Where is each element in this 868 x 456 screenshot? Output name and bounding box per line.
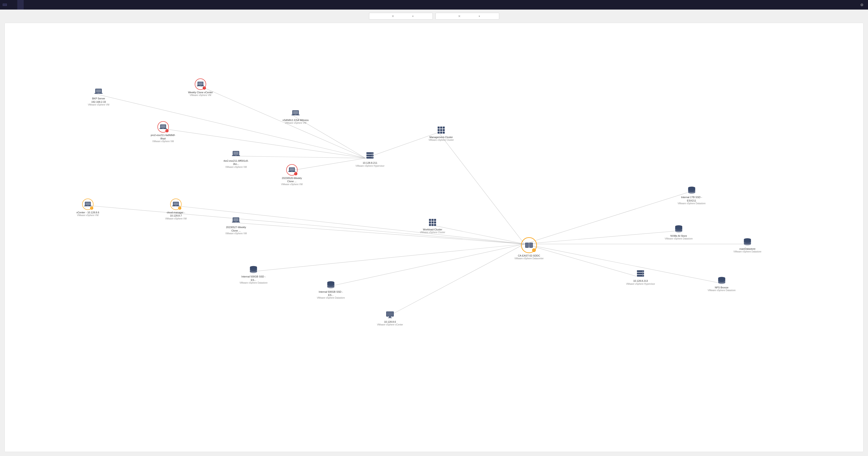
svg-point-92 (688, 191, 695, 194)
svg-point-106 (643, 273, 643, 274)
settings-icon[interactable]: ⚙ (859, 3, 865, 7)
svg-line-19 (387, 244, 524, 317)
svg-rect-41 (290, 168, 294, 171)
node-nfs-bronze[interactable]: NFS Bronze VMware vSphere Datastore (708, 276, 736, 292)
svg-rect-49 (443, 129, 445, 131)
nav-alerts-console[interactable] (46, 0, 53, 9)
nav-application-tracing[interactable] (39, 0, 45, 9)
svg-line-8 (87, 205, 524, 244)
node-pro2-esx211[interactable]: ! pro2-esx211-fadfd8df-8lvpt VMware vSph… (150, 121, 177, 143)
node-type-host-101286: VMware vSphere vCenter (377, 323, 403, 326)
svg-line-16 (524, 244, 718, 283)
node-label-ca-east-02-sddc: CA-EAST-02-SDDC (518, 254, 540, 257)
svg-rect-84 (526, 246, 528, 247)
node-label-pro2-esx211: pro2-esx211-fadfd8df-8lvpt (150, 133, 177, 140)
node-label-internal-500gb-es1: Internal 500GB SSD - ES... (240, 275, 267, 282)
node-label-cloud-manager: cloud-manager - 10.128.8.7 (162, 211, 189, 218)
nav-overview[interactable] (10, 0, 17, 9)
node-host-10128211[interactable]: 10.128.8.211 VMware vSphere Hypervisor (355, 151, 384, 167)
nav-log-browser[interactable] (32, 0, 38, 9)
node-type-rke2-esx211: VMware vSphere VM (225, 166, 247, 168)
node-type-cloud-manager: VMware vSphere VM (165, 218, 187, 220)
svg-line-10 (232, 222, 524, 244)
node-type-host-10128213: VMware vSphere Hypervisor (626, 283, 655, 286)
svg-line-12 (524, 192, 688, 244)
node-type-workload-cluster: VMware vSphere Cluster (420, 231, 445, 234)
svg-rect-82 (526, 243, 528, 244)
node-workload-cluster[interactable]: Workload-Cluster VMware vSphere Cluster (420, 218, 445, 234)
node-ca-east-02-sddc[interactable]: ! CA-EAST-02-SDDC VMware vSphere Datacen… (515, 237, 544, 260)
svg-point-108 (643, 275, 643, 276)
svg-point-102 (744, 243, 751, 245)
node-20230520-weekly[interactable]: ! 20230520-Weekly Clone ... VMware vSphe… (278, 164, 306, 186)
logo (3, 4, 7, 6)
datacenter-arrow-icon: ▼ (412, 15, 430, 18)
svg-rect-21 (96, 89, 101, 92)
svg-rect-50 (437, 132, 440, 134)
node-type-internal-500gb-es2: VMware vSphere Datastore (317, 297, 345, 299)
svg-rect-29 (293, 111, 298, 114)
svg-point-54 (372, 153, 372, 154)
svg-rect-76 (434, 221, 436, 223)
svg-rect-60 (86, 202, 90, 205)
svg-rect-44 (437, 127, 440, 129)
svg-rect-86 (530, 245, 532, 246)
type-filter[interactable]: ✕ ▼ (435, 13, 499, 20)
node-type-vsan8u1-witness: VMware vSphere VM (285, 122, 306, 124)
node-weekly-clone-vcenter[interactable]: ! Weekly Clone vCenter VMware vSphere VM (188, 78, 213, 97)
svg-rect-71 (429, 219, 431, 221)
svg-rect-33 (161, 125, 165, 128)
datacenter-clear-icon[interactable]: ✕ (392, 14, 410, 18)
node-vcenter-10128-8-6[interactable]: ! vCenter - 10.128.8.6 VMware vSphere VM (76, 199, 99, 217)
type-clear-icon[interactable]: ✕ (458, 14, 476, 18)
node-label-20230520-weekly: 20230520-Weekly Clone ... (278, 176, 306, 183)
node-internal-500gb-es2[interactable]: Internal 500GB SSD - ES... VMware vSpher… (317, 280, 345, 299)
nav-topology[interactable] (17, 0, 24, 9)
svg-line-1 (198, 85, 365, 158)
svg-rect-68 (234, 218, 239, 221)
svg-rect-25 (198, 82, 203, 85)
svg-line-18 (327, 244, 524, 287)
node-host-101286[interactable]: 10.128.8.6 VMware vSphere vCenter (377, 310, 403, 326)
node-management-cluster[interactable]: Management-Cluster VMware vSphere Cluste… (428, 126, 454, 141)
node-label-nfs-bronze: NFS Bronze (715, 286, 728, 289)
node-internal-500gb-es1[interactable]: Internal 500GB SSD - ES... VMware vSpher… (240, 265, 268, 284)
svg-rect-23 (98, 93, 100, 94)
node-label-vsan8u1-witness: vSAN8U1 ESA Witness (283, 119, 309, 122)
node-type-20230520-weekly: VMware vSphere VM (281, 183, 303, 186)
node-type-ca-east-02-sddc: VMware vSphere Datacenter (515, 257, 544, 260)
node-label-20230527-weekly: 20230527-Weekly Clone ... (222, 226, 250, 232)
node-label-host-101286: 10.128.8.6 (384, 320, 396, 323)
node-internal-1tb-ssd[interactable]: Internal 1TB SSD - ESX211 VMware vSphere… (678, 186, 706, 205)
nav-dashboards[interactable] (25, 0, 31, 9)
svg-rect-43 (291, 171, 293, 172)
topology-canvas[interactable]: BKP Server 192.168.2.33 VMware vSphere V… (5, 23, 863, 452)
svg-line-3 (159, 128, 366, 158)
node-vsan-datastore[interactable]: vsanDatastore VMware vSphere Datastore (734, 237, 762, 253)
node-host-10128213[interactable]: 10.128.8.213 VMware vSphere Hypervisor (626, 269, 655, 285)
node-type-20230527-weekly: VMware vSphere VM (225, 232, 247, 235)
node-type-nvme-ai-store: VMware vSphere Datastore (665, 237, 693, 240)
node-rke2-esx211[interactable]: rke2-esx211-6ff591c8-2kn... VMware vSphe… (222, 149, 250, 168)
node-bkp-server[interactable]: BKP Server 192.168.2.33 VMware vSphere V… (85, 87, 112, 106)
node-type-vsan-datastore: VMware vSphere Datastore (734, 251, 762, 253)
svg-rect-70 (235, 222, 237, 222)
svg-rect-83 (526, 245, 528, 246)
node-label-rke2-esx211: rke2-esx211-6ff591c8-2kn... (222, 159, 250, 166)
svg-rect-39 (235, 155, 237, 156)
svg-rect-46 (443, 127, 445, 129)
node-label-bkp-server: BKP Server 192.168.2.33 (85, 97, 112, 103)
node-label-management-cluster: Management-Cluster (430, 135, 453, 139)
datacenter-filter[interactable]: ✕ ▼ (369, 13, 433, 20)
node-cloud-manager[interactable]: ! cloud-manager - 10.128.8.7 VMware vSph… (162, 199, 189, 220)
node-20230527-weekly[interactable]: 20230527-Weekly Clone ... VMware vSphere… (222, 216, 250, 235)
svg-rect-47 (437, 129, 440, 131)
svg-rect-51 (440, 132, 442, 134)
svg-rect-74 (429, 221, 431, 223)
svg-point-58 (372, 157, 372, 158)
svg-rect-78 (432, 224, 434, 226)
node-vsan8u1-witness[interactable]: vSAN8U1 ESA Witness VMware vSphere VM (283, 108, 309, 124)
node-label-workload-cluster: Workload-Cluster (423, 228, 442, 231)
node-nvme-ai-store[interactable]: NVMe AI Store VMware vSphere Datastore (665, 224, 693, 240)
svg-rect-64 (174, 202, 178, 205)
